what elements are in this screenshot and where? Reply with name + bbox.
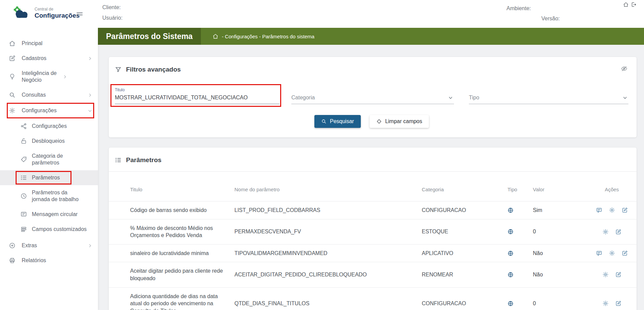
parametros-card: Parâmetros Titulo Nome do parâmetro Cate… — [109, 148, 637, 310]
logout-icon[interactable] — [631, 2, 637, 7]
gear-icon[interactable] — [602, 300, 609, 307]
cell-acoes — [587, 229, 637, 235]
cell-titulo: Código de barras sendo exibido — [130, 207, 234, 214]
edit-icon[interactable] — [622, 207, 628, 213]
sidebar-subitem-parametros[interactable]: Parâmetros — [0, 170, 98, 185]
chevron-down-icon — [448, 95, 453, 100]
logo-text-small: Central de — [35, 7, 80, 12]
usuario-label: Usuário: — [102, 15, 123, 21]
gear-icon — [9, 107, 16, 114]
cell-valor: 0 — [533, 229, 587, 235]
cell-valor: 0 — [533, 301, 587, 307]
cell-acoes — [587, 250, 637, 256]
sidebar-item-cadastros[interactable]: Cadastros — [0, 51, 98, 66]
limpar-campos-button[interactable]: Limpar campos — [370, 115, 429, 128]
tipo-field: Tipo — [469, 92, 628, 104]
categoria-field: Categoria — [291, 92, 454, 104]
menu-toggle-button[interactable] — [75, 9, 84, 18]
gear-icon[interactable] — [609, 250, 615, 256]
table-row: sinaleiro de lucratividade minima TIPOVA… — [109, 244, 637, 262]
plus-circle-icon — [9, 242, 16, 249]
list-icon — [115, 157, 122, 163]
cell-valor: Não — [533, 272, 587, 278]
sidebar-item-inteligencia-de-negocio[interactable]: Inteligência de Negócio — [0, 66, 98, 88]
cell-titulo: Aceitar digitar pedido para cliente rede… — [130, 267, 234, 282]
gear-icon[interactable] — [602, 229, 609, 235]
cliente-label: Cliente: — [102, 4, 123, 11]
cell-tipo — [507, 250, 533, 256]
edit-icon[interactable] — [615, 229, 622, 235]
titulo-input[interactable] — [115, 92, 279, 104]
home-icon[interactable] — [212, 33, 219, 39]
gear-icon[interactable] — [609, 207, 615, 213]
tipo-select[interactable]: Tipo — [469, 92, 628, 104]
sidebar-subitem-configuracoes[interactable]: Configurações — [0, 119, 98, 134]
app-logo[interactable]: Central de Configurações — [12, 5, 80, 21]
tag-icon — [20, 156, 27, 163]
cell-tipo — [507, 229, 533, 235]
table-row: Aceitar digitar pedido para cliente rede… — [109, 262, 637, 287]
cell-tipo — [507, 301, 533, 307]
gear-icon[interactable] — [602, 271, 609, 278]
sidebar-item-configuracoes[interactable]: Configurações — [0, 102, 98, 119]
cell-categoria: APLICATIVO — [422, 250, 507, 256]
col-header-categoria: Categoria — [422, 187, 507, 192]
versao-label: Versão: — [541, 16, 560, 22]
cell-valor: Sim — [533, 207, 587, 213]
chevron-right-icon — [87, 93, 92, 98]
cell-categoria: ESTOQUE — [422, 229, 507, 235]
page-title: Parâmetros do Sistema — [98, 28, 201, 45]
col-header-valor: Valor — [533, 187, 587, 192]
message-icon — [20, 211, 27, 218]
sidebar-subitem-mensagem-circular[interactable]: Mensagem circular — [0, 207, 98, 222]
home-icon[interactable] — [623, 2, 629, 7]
layers-icon — [20, 226, 27, 233]
sidebar-subitem-desbloqueios[interactable]: Desbloqueios — [0, 134, 98, 149]
globe-icon — [507, 207, 533, 213]
sidebar-item-consultas[interactable]: Consultas — [0, 88, 98, 102]
share-nodes-icon — [20, 123, 27, 130]
sidebar-subitem-campos-customizados[interactable]: Campos customizados — [0, 222, 98, 237]
tipo-select-value: Tipo — [469, 95, 479, 101]
breadcrumb: - Configurações - Parâmetros do sistema — [212, 33, 314, 39]
unlock-icon — [20, 138, 27, 144]
titulo-field-label: Titulo — [115, 88, 279, 92]
categoria-select[interactable]: Categoria — [291, 92, 454, 104]
table-row: % Máximo de desconto Médio nos Orçamento… — [109, 219, 637, 244]
cell-nome: TIPOVALIDMARGEMMINVENDAMED — [234, 250, 422, 256]
table-row: Adiciona quantidade de dias na data atua… — [109, 287, 637, 310]
table-row: Código de barras sendo exibido LIST_PROD… — [109, 201, 637, 219]
globe-icon — [507, 301, 533, 307]
globe-icon — [507, 272, 533, 278]
filters-title: Filtros avançados — [126, 66, 181, 73]
categoria-select-value: Categoria — [291, 95, 315, 101]
main-content: Filtros avançados Titulo Categoria Tipo — [98, 45, 644, 310]
col-header-acoes: Ações — [587, 187, 637, 192]
edit-icon[interactable] — [615, 300, 622, 307]
edit-icon[interactable] — [622, 250, 628, 256]
titulo-field: Titulo — [115, 88, 279, 104]
chevron-right-icon — [87, 56, 92, 61]
top-header: Central de Configurações Cliente: Usuári… — [0, 0, 644, 28]
pencil-square-icon — [9, 55, 16, 62]
pesquisar-button[interactable]: Pesquisar — [314, 115, 361, 128]
cell-acoes — [587, 271, 637, 278]
sidebar-item-extras[interactable]: Extras — [0, 238, 98, 253]
sidebar-item-principal[interactable]: Principal — [0, 36, 98, 51]
search-icon — [9, 92, 16, 98]
printer-icon — [9, 257, 16, 264]
cell-nome: QTDE_DIAS_FINAL_TITULOS — [234, 301, 422, 307]
cell-valor: Não — [533, 250, 587, 256]
globe-icon — [507, 250, 533, 256]
sidebar-subitem-categoria-de-parametros[interactable]: Categoria de parâmetros — [0, 149, 98, 170]
cell-categoria: CONFIGURACAO — [422, 207, 507, 213]
logo-cloud-gear-icon — [12, 5, 31, 21]
lightbulb-icon — [9, 73, 16, 80]
message-icon[interactable] — [596, 250, 602, 256]
cell-nome: ACEITAR_DIGITAR_PEDIDO_CLIREDEBLOQUEADO — [234, 272, 422, 278]
edit-icon[interactable] — [615, 271, 622, 278]
message-icon[interactable] — [596, 207, 602, 213]
sidebar-item-relatorios[interactable]: Relatórios — [0, 253, 98, 268]
sidebar-subitem-parametros-da-jornada[interactable]: Parâmetros da jornada de trabalho — [0, 185, 98, 207]
hide-filters-eye-icon[interactable] — [621, 65, 628, 72]
